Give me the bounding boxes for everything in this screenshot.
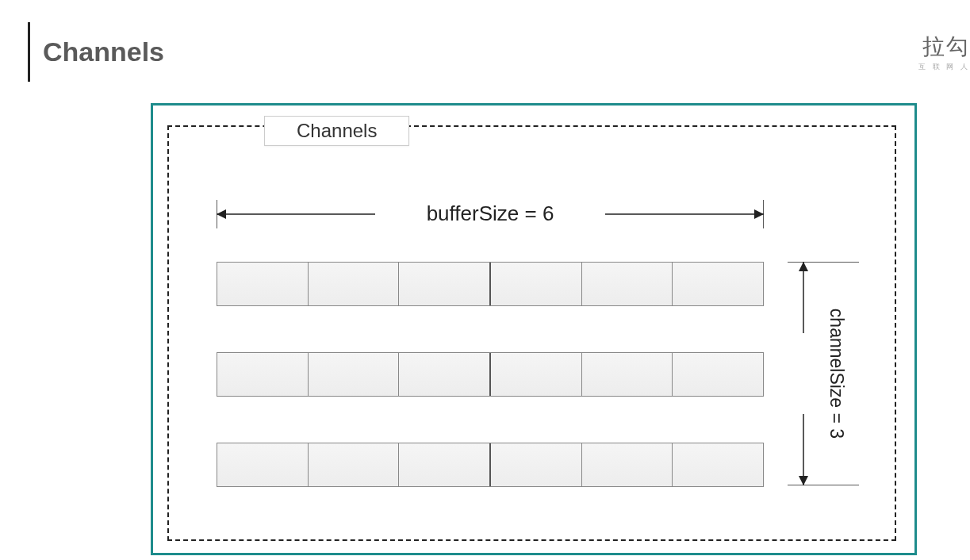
buffer-row	[217, 352, 764, 397]
buffer-cell	[217, 353, 309, 396]
brand-logo: 拉勾 互 联 网 人	[918, 32, 970, 72]
buffer-size-dimension: bufferSize = 6	[217, 190, 764, 238]
buffer-cell	[673, 353, 763, 396]
buffer-cell	[217, 443, 309, 486]
brand-logo-main: 拉勾	[918, 32, 970, 62]
buffer-size-label: bufferSize = 6	[403, 201, 577, 226]
channel-size-dimension: channelSize = 3	[780, 262, 867, 485]
buffer-grid	[217, 262, 764, 487]
buffer-cell	[217, 263, 309, 305]
channels-group-label: Channels	[264, 116, 409, 146]
buffer-cell	[491, 443, 582, 486]
buffer-cell	[399, 443, 491, 486]
channel-size-label: channelSize = 3	[826, 309, 847, 439]
channels-group-box: Channels bufferSize = 6	[167, 125, 896, 541]
page-title-bar: Channels	[28, 22, 164, 82]
buffer-cell	[673, 443, 763, 486]
buffer-cell	[491, 263, 582, 305]
buffer-cell	[309, 443, 400, 486]
buffer-cell	[309, 353, 400, 396]
buffer-cell	[309, 263, 400, 305]
svg-marker-1	[217, 209, 226, 219]
buffer-row	[217, 262, 764, 306]
svg-marker-7	[799, 262, 808, 271]
buffer-cell	[582, 443, 673, 486]
diagram-canvas: Channels bufferSize = 6	[151, 103, 917, 555]
svg-marker-9	[799, 476, 808, 485]
buffer-row	[217, 443, 764, 487]
buffer-cell	[673, 263, 763, 305]
brand-logo-sub: 互 联 网 人	[918, 62, 970, 72]
buffer-cell	[491, 353, 582, 396]
buffer-cell	[582, 353, 673, 396]
svg-marker-3	[754, 209, 764, 219]
page-title: Channels	[43, 36, 164, 67]
title-accent-bar	[28, 22, 30, 82]
buffer-cell	[399, 263, 491, 305]
buffer-cell	[399, 353, 491, 396]
buffer-cell	[582, 263, 673, 305]
